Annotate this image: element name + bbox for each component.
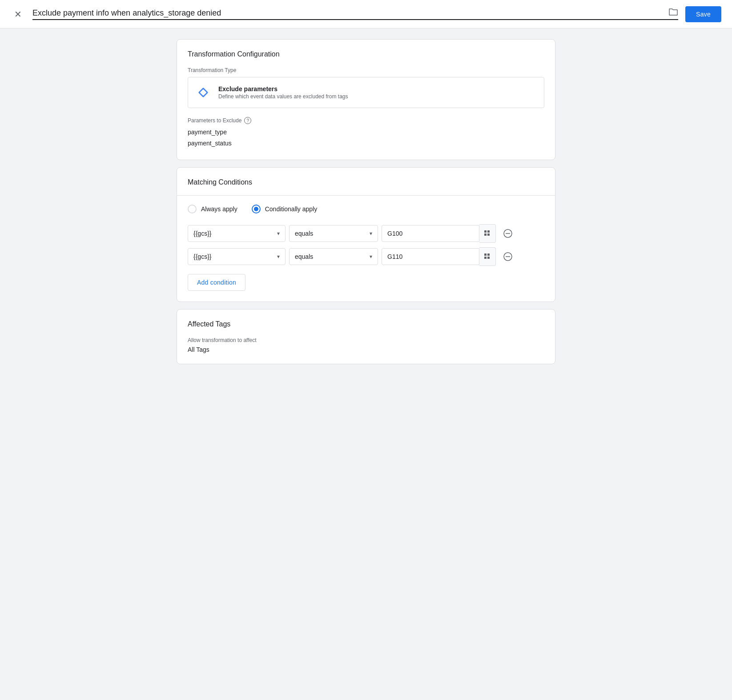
- svg-rect-11: [487, 257, 490, 259]
- condition-variable-select-2[interactable]: {{gcs}} ▾: [188, 248, 286, 265]
- chevron-down-icon-op-1: ▾: [370, 230, 372, 237]
- help-icon[interactable]: ?: [244, 117, 251, 124]
- condition-operator-select-2[interactable]: equals ▾: [289, 248, 378, 265]
- grid-icon-1: [484, 230, 491, 237]
- divider: [177, 195, 555, 196]
- svg-rect-9: [487, 253, 490, 256]
- chevron-down-icon-op-2: ▾: [370, 253, 372, 260]
- allow-label: Allow transformation to affect: [188, 337, 544, 343]
- type-info: Exclude parameters Define which event da…: [218, 85, 348, 100]
- grid-button-2[interactable]: [479, 247, 496, 266]
- folder-icon[interactable]: [668, 8, 678, 18]
- page-content: Transformation Configuration Transformat…: [166, 28, 566, 375]
- params-label: Parameters to Exclude ?: [188, 117, 544, 124]
- close-icon: ✕: [14, 10, 22, 19]
- page-title: Exclude payment info when analytics_stor…: [32, 8, 663, 18]
- grid-button-1[interactable]: [479, 224, 496, 243]
- chevron-down-icon-1: ▾: [277, 230, 280, 237]
- condition-operator-value-1: equals: [295, 230, 313, 237]
- matching-conditions-title: Matching Conditions: [188, 178, 544, 186]
- condition-operator-select-1[interactable]: equals ▾: [289, 225, 378, 242]
- conditionally-apply-radio[interactable]: [252, 205, 261, 213]
- condition-variable-value-2: {{gcs}}: [193, 253, 212, 260]
- transformation-config-title: Transformation Configuration: [188, 50, 544, 58]
- always-apply-label: Always apply: [201, 205, 237, 213]
- param-item: payment_type: [188, 127, 544, 138]
- transformation-type-box: Exclude parameters Define which event da…: [188, 77, 544, 108]
- params-list: payment_type payment_status: [188, 127, 544, 149]
- svg-rect-10: [484, 257, 487, 259]
- diamond-icon: [195, 84, 211, 101]
- remove-condition-button-1[interactable]: [499, 225, 516, 242]
- always-apply-radio[interactable]: [188, 205, 197, 213]
- transformation-config-card: Transformation Configuration Transformat…: [177, 39, 555, 160]
- header: ✕ Exclude payment info when analytics_st…: [0, 0, 732, 28]
- close-button[interactable]: ✕: [11, 6, 25, 22]
- svg-rect-8: [484, 253, 487, 256]
- add-condition-button[interactable]: Add condition: [188, 274, 245, 291]
- svg-rect-3: [487, 230, 490, 233]
- condition-variable-value-1: {{gcs}}: [193, 230, 212, 237]
- transformation-type-label: Transformation Type: [188, 67, 544, 73]
- condition-value-input-1[interactable]: [382, 225, 479, 242]
- svg-rect-4: [484, 233, 487, 236]
- condition-input-wrap-2: [382, 247, 496, 266]
- condition-variable-select-1[interactable]: {{gcs}} ▾: [188, 225, 286, 242]
- affected-tags-card: Affected Tags Allow transformation to af…: [177, 309, 555, 364]
- affected-tags-value: All Tags: [188, 346, 544, 353]
- minus-circle-icon-1: [503, 229, 513, 238]
- remove-condition-button-2[interactable]: [499, 248, 516, 265]
- minus-circle-icon-2: [503, 252, 513, 261]
- svg-rect-5: [487, 233, 490, 236]
- type-name: Exclude parameters: [218, 85, 348, 93]
- header-title-area: Exclude payment info when analytics_stor…: [32, 8, 678, 20]
- param-item: payment_status: [188, 138, 544, 149]
- condition-operator-value-2: equals: [295, 253, 313, 260]
- conditionally-apply-option[interactable]: Conditionally apply: [252, 205, 318, 213]
- condition-value-input-2[interactable]: [382, 248, 479, 265]
- conditionally-apply-label: Conditionally apply: [265, 205, 318, 213]
- condition-row-1: {{gcs}} ▾ equals ▾: [188, 224, 544, 243]
- grid-icon-2: [484, 253, 491, 260]
- condition-row-2: {{gcs}} ▾ equals ▾: [188, 247, 544, 266]
- svg-rect-2: [484, 230, 487, 233]
- matching-conditions-card: Matching Conditions Always apply Conditi…: [177, 167, 555, 302]
- affected-tags-title: Affected Tags: [188, 320, 544, 328]
- save-button[interactable]: Save: [685, 6, 721, 22]
- chevron-down-icon-2: ▾: [277, 253, 280, 260]
- always-apply-option[interactable]: Always apply: [188, 205, 237, 213]
- type-desc: Define which event data values are exclu…: [218, 93, 348, 100]
- condition-input-wrap-1: [382, 224, 496, 243]
- apply-radio-group: Always apply Conditionally apply: [188, 205, 544, 213]
